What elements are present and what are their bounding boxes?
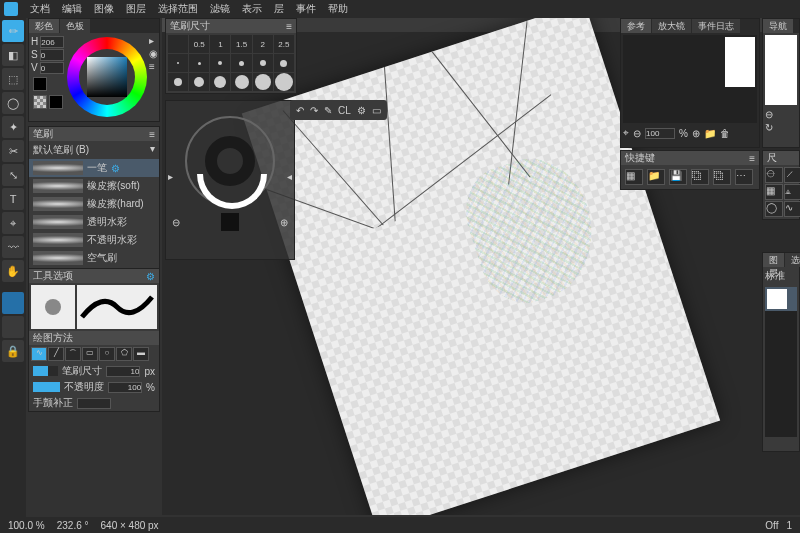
tab-reference[interactable]: 参考 [621,19,651,33]
ruler-diagonal[interactable]: ⟋ [784,167,800,183]
brush-widget[interactable]: ▸ ◂ ⊖ ⊕ [165,100,295,260]
chevron-down-icon[interactable]: ▾ [150,143,155,157]
close-icon[interactable]: ≡ [149,129,155,140]
size-cell[interactable] [168,73,188,91]
size-cell[interactable]: 1.5 [231,35,251,53]
blend-mode[interactable]: 标准 [765,270,785,281]
menu-event[interactable]: 事件 [296,2,316,16]
status-off[interactable]: Off [765,520,778,531]
swatch-checker[interactable] [33,95,47,109]
mode-ellipse[interactable]: ○ [99,347,115,361]
lasso-tool[interactable]: ◯ [2,92,24,114]
opacity-slider[interactable] [33,382,60,392]
size-cell[interactable]: 2.5 [274,35,294,53]
chevron-left-icon[interactable]: ▸ [168,171,173,182]
sc-copy[interactable]: ⿻ [691,169,709,185]
size-cell[interactable] [168,35,188,53]
size-cell[interactable] [189,54,209,72]
picker-icon[interactable]: ⌖ [623,127,629,139]
size-input[interactable] [106,366,140,377]
sc-open[interactable]: 📁 [647,169,665,185]
bars-icon[interactable]: ≡ [149,61,158,72]
menu-select[interactable]: 选择范围 [158,2,198,16]
size-cell[interactable] [274,54,294,72]
brush-tool[interactable]: ✏ [2,20,24,42]
redo-icon[interactable]: ↷ [310,105,318,116]
mode-curve[interactable]: ⌒ [65,347,81,361]
mode-line[interactable]: ╱ [48,347,64,361]
zoom-out-icon[interactable]: ⊖ [633,128,641,139]
size-cell[interactable] [231,54,251,72]
ruler-circle[interactable]: ◯ [765,201,783,217]
menu-icon[interactable]: ≡ [286,21,292,32]
brush-item[interactable]: 一笔⚙ [29,159,159,177]
transform-tool[interactable]: ⤡ [2,164,24,186]
size-slider[interactable] [33,366,58,376]
tab-eventlog[interactable]: 事件日志 [692,19,740,33]
swatch-black[interactable] [33,77,47,91]
size-cell[interactable] [231,73,251,91]
zoom-in-icon[interactable]: ⊕ [692,128,700,139]
menu-icon[interactable]: ≡ [749,153,755,164]
brush-item[interactable]: 不透明水彩 [29,231,159,249]
ruler-horizontal[interactable]: ⦵ [765,167,783,183]
color-wheel[interactable] [67,37,147,117]
undo-icon[interactable]: ↶ [296,105,304,116]
crop-tool[interactable]: ✂ [2,140,24,162]
pencil-icon[interactable]: ✎ [324,105,332,116]
fg-color[interactable] [2,292,24,314]
v-input[interactable] [40,62,64,74]
ruler-grid[interactable]: ▦ [765,184,783,200]
zoom-out-icon[interactable]: ⊖ [172,217,180,228]
reference-viewport[interactable] [623,35,757,123]
status-zoom[interactable]: 100.0 % [8,520,45,531]
select-tool[interactable]: ⬚ [2,68,24,90]
folder-icon[interactable]: 📁 [704,128,716,139]
status-one[interactable]: 1 [786,520,792,531]
size-cell[interactable] [210,54,230,72]
brush-item[interactable]: 空气刷 [29,249,159,267]
picker-tool[interactable]: ⌖ [2,212,24,234]
sc-more[interactable]: ⋯ [735,169,753,185]
sc-paste[interactable]: ⿻ [713,169,731,185]
size-cell[interactable] [210,73,230,91]
size-cell[interactable] [253,54,273,72]
size-cell[interactable] [253,73,273,91]
status-angle[interactable]: 232.6 ° [57,520,89,531]
chevron-right-icon[interactable]: ◂ [287,171,292,182]
wand-tool[interactable]: ✦ [2,116,24,138]
menu-file[interactable]: 文档 [30,2,50,16]
eraser-tool[interactable]: ◧ [2,44,24,66]
bg-color[interactable] [2,316,24,338]
rotate-icon[interactable]: ↻ [765,122,797,133]
gear-icon[interactable]: ⚙ [357,105,366,116]
text-tool[interactable]: T [2,188,24,210]
zoom-input[interactable] [645,128,675,139]
layer-list[interactable] [765,287,797,437]
size-cell[interactable] [168,54,188,72]
color-square[interactable] [87,57,127,97]
brush-ring[interactable] [185,116,275,206]
stabilize-input[interactable] [77,398,111,409]
brush-item[interactable]: 透明水彩 [29,213,159,231]
tab-swatches[interactable]: 色板 [60,19,90,33]
tab-select[interactable]: 选 [785,253,800,267]
sc-new[interactable]: ▦ [625,169,643,185]
mode-freehand[interactable]: ∿ [31,347,47,361]
target-icon[interactable]: ◉ [149,48,158,59]
gear-icon[interactable]: ⚙ [111,163,120,174]
menu-layer[interactable]: 图层 [126,2,146,16]
tab-navigator[interactable]: 导航 [763,19,793,33]
opacity-input[interactable] [108,382,142,393]
brush-tip-preview[interactable] [31,285,75,329]
ruler-perspective[interactable]: ⟁ [784,184,800,200]
tab-color[interactable]: 彩色 [29,19,59,33]
play-icon[interactable]: ▸ [149,35,158,46]
mode-polygon[interactable]: ⬠ [116,347,132,361]
hand-tool[interactable]: ✋ [2,260,24,282]
mode-rect[interactable]: ▭ [82,347,98,361]
fg-swatch[interactable] [49,95,63,109]
size-cell[interactable] [189,73,209,91]
brush-item[interactable]: 橡皮擦(soft) [29,177,159,195]
size-cell[interactable] [274,73,294,91]
